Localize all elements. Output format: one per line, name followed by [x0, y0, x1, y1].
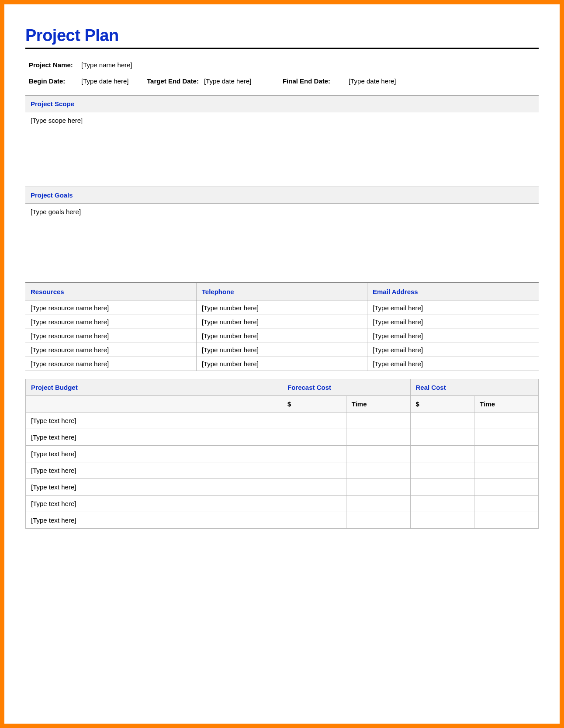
email-cell[interactable]: [Type email here]: [367, 301, 539, 315]
email-col-header: Email Address: [367, 283, 539, 301]
scope-placeholder: [Type scope here]: [31, 117, 83, 124]
table-row: [Type text here]: [26, 413, 539, 429]
table-row: [Type text here]: [26, 512, 539, 529]
resource-cell[interactable]: [Type resource name here]: [25, 315, 196, 329]
table-row: [Type resource name here][Type number he…: [25, 357, 539, 371]
forecast-dollar-cell[interactable]: [282, 446, 346, 462]
budget-item-cell[interactable]: [Type text here]: [26, 429, 282, 446]
budget-item-cell[interactable]: [Type text here]: [26, 479, 282, 496]
email-cell[interactable]: [Type email here]: [367, 315, 539, 329]
document-page: Project Plan Project Name: [Type name he…: [4, 4, 560, 724]
spacer: [25, 371, 539, 379]
forecast-dollar-cell[interactable]: [282, 429, 346, 446]
budget-header-row-1: Project Budget Forecast Cost Real Cost: [26, 379, 539, 396]
budget-item-cell[interactable]: [Type text here]: [26, 462, 282, 479]
budget-item-subheader: [26, 396, 282, 413]
document-title: Project Plan: [25, 26, 539, 45]
budget-item-cell[interactable]: [Type text here]: [26, 446, 282, 462]
real-time-cell[interactable]: [474, 462, 539, 479]
meta-row-name: Project Name: [Type name here]: [29, 57, 535, 73]
forecast-dollar-cell[interactable]: [282, 479, 346, 496]
title-divider: [25, 48, 539, 49]
table-row: [Type resource name here][Type number he…: [25, 343, 539, 357]
table-row: [Type text here]: [26, 462, 539, 479]
real-dollar-cell[interactable]: [410, 429, 474, 446]
budget-item-cell[interactable]: [Type text here]: [26, 413, 282, 429]
real-time-header: Time: [474, 396, 539, 413]
resource-cell[interactable]: [Type resource name here]: [25, 343, 196, 357]
forecast-dollar-cell[interactable]: [282, 512, 346, 529]
goals-header: Project Goals: [25, 187, 539, 204]
scope-heading: Project Scope: [31, 100, 74, 107]
budget-heading: Project Budget: [26, 379, 282, 396]
real-dollar-cell[interactable]: [410, 496, 474, 512]
forecast-time-header: Time: [346, 396, 410, 413]
table-row: [Type text here]: [26, 429, 539, 446]
real-time-cell[interactable]: [474, 512, 539, 529]
resources-col-header: Resources: [25, 283, 196, 301]
resources-header-row: Resources Telephone Email Address: [25, 283, 539, 301]
table-row: [Type resource name here][Type number he…: [25, 329, 539, 343]
email-cell[interactable]: [Type email here]: [367, 357, 539, 371]
budget-header-row-2: $ Time $ Time: [26, 396, 539, 413]
forecast-time-cell[interactable]: [346, 429, 410, 446]
budget-table: Project Budget Forecast Cost Real Cost $…: [25, 379, 539, 529]
real-dollar-cell[interactable]: [410, 413, 474, 429]
real-time-cell[interactable]: [474, 496, 539, 512]
forecast-dollar-cell[interactable]: [282, 462, 346, 479]
real-dollar-cell[interactable]: [410, 446, 474, 462]
telephone-cell[interactable]: [Type number here]: [196, 357, 367, 371]
forecast-time-cell[interactable]: [346, 496, 410, 512]
forecast-time-cell[interactable]: [346, 479, 410, 496]
resources-table: Resources Telephone Email Address [Type …: [25, 282, 539, 371]
budget-item-cell[interactable]: [Type text here]: [26, 496, 282, 512]
project-name-field[interactable]: [Type name here]: [81, 61, 147, 69]
table-row: [Type text here]: [26, 446, 539, 462]
email-cell[interactable]: [Type email here]: [367, 329, 539, 343]
begin-date-label: Begin Date:: [29, 77, 81, 85]
forecast-heading: Forecast Cost: [282, 379, 411, 396]
table-row: [Type text here]: [26, 479, 539, 496]
resources-body: [Type resource name here][Type number he…: [25, 301, 539, 371]
real-time-cell[interactable]: [474, 479, 539, 496]
budget-body: [Type text here][Type text here][Type te…: [26, 413, 539, 529]
scope-header: Project Scope: [25, 95, 539, 112]
real-dollar-cell[interactable]: [410, 512, 474, 529]
resource-cell[interactable]: [Type resource name here]: [25, 357, 196, 371]
real-time-cell[interactable]: [474, 429, 539, 446]
scope-body[interactable]: [Type scope here]: [25, 112, 539, 187]
goals-body[interactable]: [Type goals here]: [25, 204, 539, 278]
email-cell[interactable]: [Type email here]: [367, 343, 539, 357]
table-row: [Type resource name here][Type number he…: [25, 315, 539, 329]
real-dollar-header: $: [410, 396, 474, 413]
telephone-cell[interactable]: [Type number here]: [196, 329, 367, 343]
forecast-time-cell[interactable]: [346, 413, 410, 429]
resource-cell[interactable]: [Type resource name here]: [25, 329, 196, 343]
forecast-dollar-cell[interactable]: [282, 496, 346, 512]
final-end-label: Final End Date:: [283, 77, 336, 85]
forecast-time-cell[interactable]: [346, 512, 410, 529]
telephone-cell[interactable]: [Type number here]: [196, 301, 367, 315]
target-end-field[interactable]: [Type date here]: [204, 77, 270, 85]
real-time-cell[interactable]: [474, 446, 539, 462]
begin-date-field[interactable]: [Type date here]: [81, 77, 147, 85]
project-name-label: Project Name:: [29, 61, 81, 69]
real-dollar-cell[interactable]: [410, 462, 474, 479]
forecast-dollar-header: $: [282, 396, 346, 413]
telephone-col-header: Telephone: [196, 283, 367, 301]
forecast-time-cell[interactable]: [346, 446, 410, 462]
real-dollar-cell[interactable]: [410, 479, 474, 496]
resource-cell[interactable]: [Type resource name here]: [25, 301, 196, 315]
meta-row-dates: Begin Date: [Type date here] Target End …: [29, 73, 535, 89]
target-end-label: Target End Date:: [147, 77, 204, 85]
final-end-field[interactable]: [Type date here]: [349, 77, 414, 85]
real-time-cell[interactable]: [474, 413, 539, 429]
table-row: [Type text here]: [26, 496, 539, 512]
forecast-dollar-cell[interactable]: [282, 413, 346, 429]
goals-placeholder: [Type goals here]: [31, 208, 81, 215]
project-meta: Project Name: [Type name here] Begin Dat…: [25, 57, 539, 95]
forecast-time-cell[interactable]: [346, 462, 410, 479]
budget-item-cell[interactable]: [Type text here]: [26, 512, 282, 529]
telephone-cell[interactable]: [Type number here]: [196, 315, 367, 329]
telephone-cell[interactable]: [Type number here]: [196, 343, 367, 357]
